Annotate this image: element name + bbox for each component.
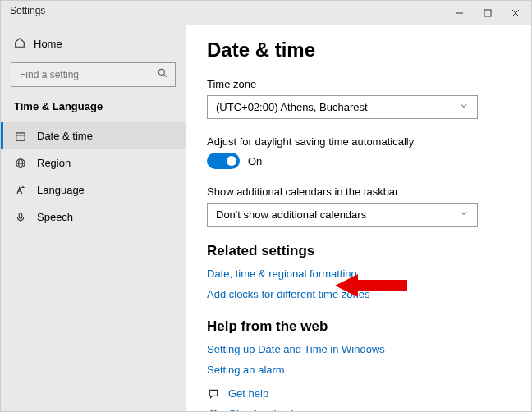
minimize-button[interactable] — [446, 2, 474, 25]
window-title: Settings — [10, 5, 45, 16]
help-heading: Help from the web — [207, 318, 510, 335]
sidebar-item-region[interactable]: Region — [1, 149, 186, 176]
search-icon — [157, 67, 168, 82]
sidebar-item-date-time[interactable]: Date & time — [1, 122, 186, 149]
addcal-value: Don't show additional calendars — [216, 208, 366, 221]
related-heading: Related settings — [207, 243, 510, 259]
addcal-select[interactable]: Don't show additional calendars — [207, 203, 478, 227]
search-box[interactable] — [11, 62, 176, 87]
svg-rect-11 — [19, 213, 22, 217]
toggle-knob — [227, 156, 236, 166]
dst-label: Adjust for daylight saving time automati… — [207, 135, 510, 148]
home-icon — [14, 37, 25, 51]
sidebar-item-label: Date & time — [37, 130, 93, 142]
chevron-down-icon — [459, 208, 469, 221]
chevron-down-icon — [459, 101, 469, 113]
microphone-icon — [14, 212, 27, 223]
get-help-link[interactable]: Get help — [207, 387, 510, 400]
globe-icon — [14, 158, 27, 169]
svg-rect-1 — [484, 10, 491, 16]
title-bar: Settings — [1, 1, 531, 25]
timezone-select[interactable]: (UTC+02:00) Athens, Bucharest — [207, 95, 478, 119]
home-label: Home — [34, 38, 62, 50]
home-button[interactable]: Home — [1, 32, 186, 59]
sidebar-section-title: Time & Language — [1, 97, 186, 122]
sidebar-item-label: Region — [37, 157, 71, 169]
dst-toggle[interactable] — [207, 153, 240, 169]
maximize-button[interactable] — [474, 2, 502, 25]
link-regional-formatting[interactable]: Date, time & regional formatting — [207, 268, 510, 280]
close-icon — [511, 9, 520, 17]
sidebar-item-label: Speech — [37, 211, 73, 223]
calendar-icon — [14, 130, 27, 142]
link-help-alarm[interactable]: Setting an alarm — [207, 364, 510, 376]
svg-point-4 — [158, 69, 164, 75]
search-input[interactable] — [18, 68, 157, 81]
main-panel: Date & time Time zone (UTC+02:00) Athens… — [186, 25, 531, 411]
chat-icon — [207, 388, 220, 400]
link-help-datetime[interactable]: Setting up Date and Time in Windows — [207, 343, 510, 355]
maximize-icon — [484, 9, 492, 17]
sidebar: Home Time & Language Date & time Region — [1, 25, 186, 411]
addcal-label: Show additional calendars in the taskbar — [207, 185, 510, 198]
get-help-label: Get help — [228, 387, 268, 400]
give-feedback-link[interactable]: Give feedback — [207, 408, 510, 411]
timezone-value: (UTC+02:00) Athens, Bucharest — [216, 101, 368, 113]
svg-point-12 — [209, 410, 218, 411]
language-icon — [14, 185, 27, 196]
svg-line-5 — [164, 75, 167, 77]
link-add-clocks[interactable]: Add clocks for different time zones — [207, 288, 510, 300]
sidebar-item-language[interactable]: Language — [1, 176, 186, 204]
page-heading: Date & time — [207, 39, 510, 62]
timezone-label: Time zone — [207, 78, 510, 90]
close-button[interactable] — [502, 2, 530, 25]
svg-rect-6 — [16, 132, 25, 140]
minimize-icon — [456, 9, 464, 17]
feedback-icon — [207, 409, 220, 412]
dst-state: On — [248, 155, 262, 167]
give-feedback-label: Give feedback — [228, 408, 296, 411]
sidebar-item-label: Language — [37, 184, 85, 196]
sidebar-item-speech[interactable]: Speech — [1, 204, 186, 231]
